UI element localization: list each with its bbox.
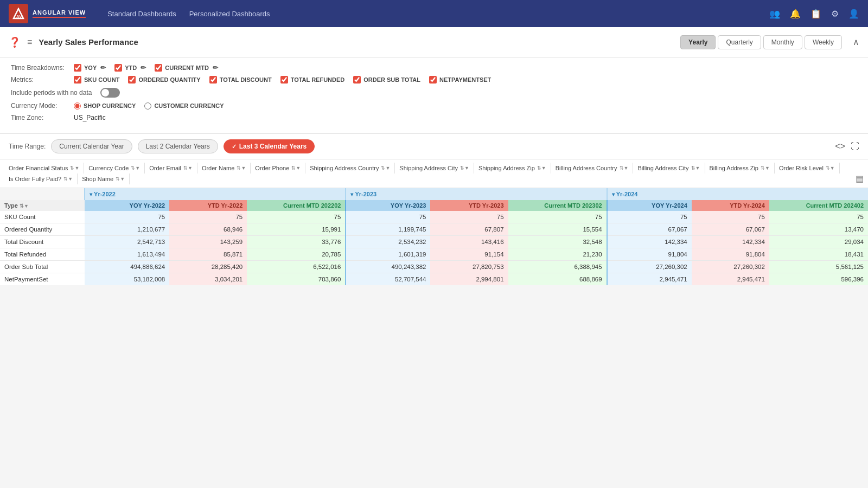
cell-value: 91,154: [430, 248, 508, 261]
cell-value: 703,860: [247, 273, 346, 286]
users-icon[interactable]: 👥: [769, 9, 780, 19]
cb-sku-label: SKU COUNT: [84, 76, 119, 83]
sort-icon-email: ⇅▼: [183, 165, 193, 171]
cell-value: 27,820,753: [430, 261, 508, 273]
filter-col-fully-paid[interactable]: Is Order Fully Paid? ⇅▼: [4, 174, 78, 184]
cb-td-input[interactable]: [209, 76, 217, 84]
cell-value: 13,470: [769, 223, 868, 236]
sliders-icon[interactable]: ⚙: [831, 9, 839, 19]
cell-value: 2,534,232: [346, 236, 430, 248]
cell-value: 494,886,624: [85, 261, 169, 273]
table-wrapper: Order Financial Status ⇅▼ Currency Code …: [0, 159, 868, 285]
row-label: Ordered Quantity: [0, 223, 85, 236]
bell-icon[interactable]: 🔔: [790, 9, 801, 19]
cb-nps-label: NETPAYMENTSET: [439, 76, 491, 83]
cb-tr-input[interactable]: [280, 76, 288, 84]
filter-col-billing-city-label: Billing Address City: [637, 165, 688, 171]
filter-col-order-email[interactable]: Order Email ⇅▼: [145, 163, 197, 174]
edit-mtd-icon[interactable]: ✏: [213, 64, 218, 72]
help-icon[interactable]: ❓: [9, 36, 21, 48]
code-icon[interactable]: <>: [835, 142, 845, 151]
cell-value: 15,554: [508, 223, 607, 236]
cell-value: 27,260,302: [607, 261, 692, 273]
table-row: Order Sub Total494,886,62428,285,4206,52…: [0, 261, 868, 273]
sort-icon-paid: ⇅▼: [63, 176, 73, 182]
cell-value: 6,388,945: [508, 261, 607, 273]
range-btn-current-year[interactable]: Current Calendar Year: [51, 139, 132, 153]
user-icon[interactable]: 👤: [848, 9, 859, 19]
filter-col-financial-status[interactable]: Order Financial Status ⇅▼: [4, 163, 84, 174]
range-btn-last-3[interactable]: Last 3 Calendar Years: [224, 139, 315, 153]
filter-col-billing-country[interactable]: Billing Address Country ⇅▼: [551, 163, 634, 174]
sort-icon-billing-zip: ⇅▼: [761, 165, 770, 171]
cb-order-sub-total: ORDER SUB TOTAL: [353, 76, 420, 84]
nav-personalized-dashboards[interactable]: Personalized Dashboards: [189, 10, 270, 18]
cell-value: 75: [430, 211, 508, 223]
include-no-data-toggle[interactable]: [100, 88, 120, 98]
cb-ost-input[interactable]: [353, 76, 361, 84]
settings-icon[interactable]: ≡: [27, 37, 32, 47]
filter-col-billing-zip[interactable]: Billing Address Zip ⇅▼: [705, 163, 775, 174]
th-type[interactable]: Type ⇅▼: [0, 200, 85, 211]
th-yr-2023: ▾Yr-2023: [346, 188, 607, 200]
cb-yoy-input[interactable]: [74, 64, 81, 72]
cell-value: 28,285,420: [169, 261, 247, 273]
cell-value: 20,785: [247, 248, 346, 261]
th-ytd-2022: YTD Yr-2022: [169, 200, 247, 211]
filter-col-email-label: Order Email: [149, 165, 181, 171]
filter-columns-row: Order Financial Status ⇅▼ Currency Code …: [0, 159, 868, 188]
table-settings-icon[interactable]: ▤: [856, 174, 864, 184]
cb-nps-input[interactable]: [429, 76, 437, 84]
period-btn-yearly[interactable]: Yearly: [680, 35, 716, 49]
edit-yoy-icon[interactable]: ✏: [100, 64, 106, 72]
filter-col-shop-name[interactable]: Shop Name ⇅▼: [78, 174, 130, 184]
cb-ytd-input[interactable]: [114, 64, 122, 72]
currency-mode-row: Currency Mode: SHOP CURRENCY CUSTOMER CU…: [11, 102, 857, 110]
cb-sku-input[interactable]: [74, 76, 81, 84]
cb-current-mtd: CURRENT MTD ✏: [155, 64, 218, 72]
nav-standard-dashboards[interactable]: Standard Dashboards: [107, 10, 176, 18]
edit-ytd-icon[interactable]: ✏: [141, 64, 146, 72]
cb-total-refunded: TOTAL REFUNDED: [280, 76, 345, 84]
period-btn-quarterly[interactable]: Quarterly: [718, 35, 761, 49]
sort-icon-shipping-zip: ⇅▼: [537, 165, 546, 171]
cell-value: 67,067: [692, 223, 769, 236]
top-navigation: AV ANGULAR VIEW Standard Dashboards Pers…: [0, 0, 868, 27]
filter-col-risk-level[interactable]: Order Risk Level ⇅▼: [775, 163, 840, 174]
cb-sku-count: SKU COUNT: [74, 76, 119, 84]
th-empty: [0, 188, 85, 200]
cell-value: 21,230: [508, 248, 607, 261]
filter-col-billing-city[interactable]: Billing Address City ⇅▼: [633, 163, 705, 174]
filter-col-shipping-zip-label: Shipping Address Zip: [478, 165, 535, 171]
clipboard-icon[interactable]: 📋: [810, 9, 821, 19]
range-btn-last-2[interactable]: Last 2 Calendar Years: [138, 139, 218, 153]
cell-value: 2,542,713: [85, 236, 169, 248]
sort-icon-billing-country: ⇅▼: [620, 165, 629, 171]
cell-value: 2,994,801: [430, 273, 508, 286]
logo-text: ANGULAR VIEW: [33, 9, 86, 18]
expand-icon[interactable]: ⛶: [851, 142, 859, 151]
cb-mtd-input[interactable]: [155, 64, 162, 72]
period-btn-monthly[interactable]: Monthly: [763, 35, 802, 49]
sort-icon-currency: ⇅▼: [131, 165, 140, 171]
currency-mode-label: Currency Mode:: [11, 102, 65, 110]
cb-oq-label: ORDERED QUANTITY: [138, 76, 200, 83]
cell-value: 67,067: [607, 223, 692, 236]
period-btn-weekly[interactable]: Weekly: [805, 35, 842, 49]
cb-oq-input[interactable]: [128, 76, 136, 84]
filter-col-order-phone[interactable]: Order Phone ⇅▼: [251, 163, 305, 174]
filter-col-currency-code[interactable]: Currency Code ⇅▼: [84, 163, 145, 174]
radio-shop-input[interactable]: [74, 102, 81, 110]
filter-col-shipping-zip[interactable]: Shipping Address Zip ⇅▼: [474, 163, 551, 174]
chevron-up-icon[interactable]: ∧: [853, 37, 859, 47]
filter-col-shipping-country[interactable]: Shipping Address Country ⇅▼: [305, 163, 395, 174]
filter-col-order-name[interactable]: Order Name ⇅▼: [197, 163, 251, 174]
table-row: Total Discount2,542,713143,25933,7762,53…: [0, 236, 868, 248]
filter-section: Time Breakdowns: YOY ✏ YTD ✏ CURRENT MTD…: [0, 57, 868, 134]
filter-col-shipping-city[interactable]: Shipping Address City ⇅▼: [395, 163, 474, 174]
radio-customer-input[interactable]: [144, 102, 151, 110]
toggle-switch[interactable]: [100, 88, 120, 98]
year-group-row: ▾Yr-2022 ▾Yr-2023 ▾Yr-2024: [0, 188, 868, 200]
cell-value: 2,945,471: [607, 273, 692, 286]
filter-col-phone-label: Order Phone: [255, 165, 289, 171]
